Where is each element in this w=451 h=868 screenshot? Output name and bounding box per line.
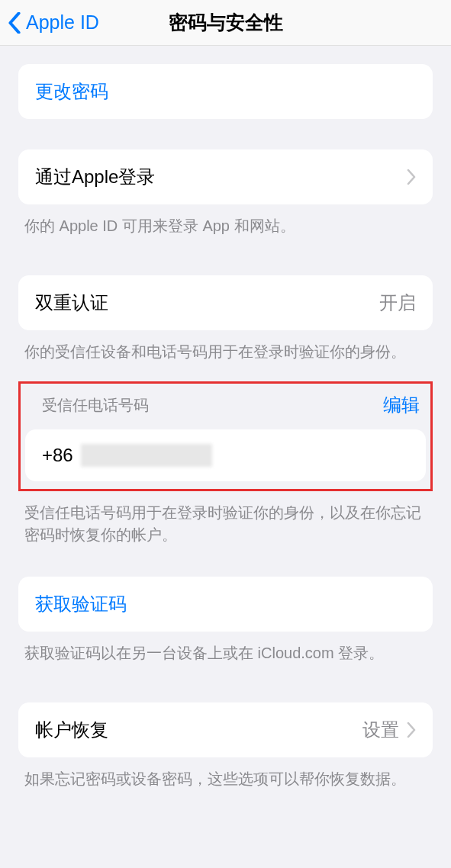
trusted-phone-prefix: +86: [42, 445, 73, 466]
trusted-phone-highlight: 受信任电话号码 编辑 +86: [18, 381, 433, 491]
chevron-right-icon: [407, 169, 416, 185]
sign-in-footer: 你的 Apple ID 可用来登录 App 和网站。: [0, 204, 451, 237]
page-title: 密码与安全性: [169, 10, 283, 35]
trusted-phone-cell[interactable]: +86: [25, 429, 426, 481]
sign-in-with-apple-label: 通过Apple登录: [35, 165, 155, 189]
account-recovery-value: 设置: [362, 718, 399, 742]
get-code-footer: 获取验证码以在另一台设备上或在 iCloud.com 登录。: [0, 632, 451, 664]
nav-bar: Apple ID 密码与安全性: [0, 0, 451, 46]
chevron-left-icon: [8, 12, 21, 34]
sign-in-with-apple-cell[interactable]: 通过Apple登录: [18, 149, 433, 204]
two-factor-footer: 你的受信任设备和电话号码用于在登录时验证你的身份。: [0, 330, 451, 363]
change-password-label: 更改密码: [35, 79, 108, 104]
trusted-phone-footer: 受信任电话号码用于在登录时验证你的身份，以及在你忘记密码时恢复你的帐户。: [0, 491, 451, 546]
chevron-right-icon: [407, 722, 416, 738]
account-recovery-label: 帐户恢复: [35, 718, 108, 742]
change-password-cell[interactable]: 更改密码: [18, 64, 433, 119]
two-factor-value: 开启: [379, 291, 416, 315]
trusted-phone-header: 受信任电话号码: [42, 395, 149, 416]
back-label: Apple ID: [26, 11, 99, 34]
get-code-cell[interactable]: 获取验证码: [18, 577, 433, 632]
get-code-label: 获取验证码: [35, 592, 127, 616]
trusted-phone-edit-button[interactable]: 编辑: [383, 393, 420, 417]
account-recovery-cell[interactable]: 帐户恢复 设置: [18, 702, 433, 757]
two-factor-label: 双重认证: [35, 291, 108, 315]
two-factor-cell[interactable]: 双重认证 开启: [18, 275, 433, 330]
account-recovery-footer: 如果忘记密码或设备密码，这些选项可以帮你恢复数据。: [0, 757, 451, 790]
trusted-phone-masked: [81, 444, 212, 467]
back-button[interactable]: Apple ID: [8, 11, 99, 34]
